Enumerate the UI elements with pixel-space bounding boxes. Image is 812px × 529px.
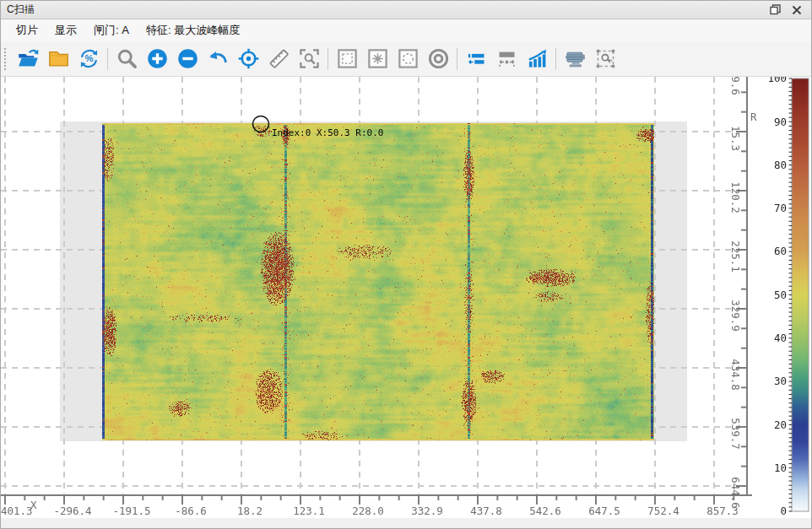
axis-ticks [5,77,747,505]
title-bar: C扫描 [1,1,811,19]
svg-text:-86.6: -86.6 [175,505,207,517]
zoom-search-button[interactable] [113,46,140,73]
statistics-button[interactable] [523,46,550,73]
zoom-out-icon [176,47,199,70]
svg-text:0: 0 [780,505,787,517]
scale-refresh-button[interactable]: % [75,46,102,73]
region-pick-icon [594,47,617,70]
menu-display[interactable]: 显示 [46,20,85,40]
crosshair-target-icon [237,47,260,70]
svg-text:332.9: 332.9 [411,505,443,517]
toolbar-separator [107,48,108,70]
svg-text:90: 90 [774,116,787,128]
svg-text:30: 30 [774,375,787,387]
colorbar-labels: 1009080706050403020100 [767,77,787,517]
axis-lines [1,77,752,496]
svg-text:225.1: 225.1 [729,240,742,273]
zoom-out-button[interactable] [174,46,201,73]
svg-text:60: 60 [774,245,787,257]
toolbar-separator [457,48,457,70]
width-measure-button[interactable] [493,46,520,73]
region-pick-button[interactable] [592,46,619,73]
svg-text:-296.4: -296.4 [53,505,91,517]
svg-text:329.9: 329.9 [729,300,742,332]
gate-bars-button[interactable] [463,46,490,73]
scale-refresh-icon: % [78,47,100,70]
colorbar [792,78,809,511]
cscan-window: C扫描 切片 显示 闸门: A 特征: 最大波峰幅度 [0,0,812,529]
svg-text:-191.5: -191.5 [112,505,150,517]
ruler-icon [268,47,290,70]
svg-text:434.8: 434.8 [729,359,742,391]
close-icon [792,5,802,15]
svg-text:437.8: 437.8 [470,505,502,517]
colorbar-ticks [789,78,793,511]
svg-text:228.0: 228.0 [352,505,384,517]
gate-bars-icon [465,47,488,70]
toolbar-drag-handle[interactable] [4,48,9,70]
toolbar-separator [555,48,556,70]
rings-icon [427,47,450,70]
undo-arrow-icon [207,47,230,70]
select-circle-icon [397,47,420,70]
cscan-plot-area: -401.3-296.4-191.5-86.618.2123.1228.0332… [1,77,812,529]
cursor-annotation: Index:0 X:50.3 R:0.0 [272,127,383,138]
window-controls [767,3,811,17]
toolbar-separator [328,48,328,70]
defect-burst-button[interactable] [364,46,391,73]
svg-text:20: 20 [774,418,787,431]
select-rect-button[interactable] [333,46,360,73]
window-title: C扫描 [1,3,35,17]
float-window-button[interactable] [767,3,782,17]
undo-view-button[interactable] [204,46,231,73]
svg-text:15.3: 15.3 [729,126,742,151]
restore-icon [770,4,781,15]
select-circle-button[interactable] [394,46,421,73]
center-target-button[interactable] [235,46,262,73]
motor-control-button[interactable] [561,46,588,73]
menu-gate[interactable]: 闸门: A [85,20,138,40]
open-file-icon [17,47,40,70]
svg-text:644.6: 644.6 [729,477,742,509]
x-axis-title: X [30,499,37,511]
svg-text:123.1: 123.1 [293,505,325,517]
axes-layer: -401.3-296.4-191.5-86.618.2123.1228.0332… [1,77,812,529]
svg-text:542.6: 542.6 [529,505,561,517]
svg-text:647.5: 647.5 [588,505,620,517]
zoom-region-icon [298,47,321,70]
svg-text:100: 100 [767,77,787,84]
svg-text:18.2: 18.2 [237,505,263,517]
motor-icon [564,47,587,70]
svg-text:70: 70 [774,202,787,214]
select-rect-icon [336,47,359,70]
svg-text:40: 40 [774,332,787,344]
menu-slice[interactable]: 切片 [8,20,46,40]
folder-icon [47,47,70,70]
burst-icon [366,47,389,70]
menu-bar: 切片 显示 闸门: A 特征: 最大波峰幅度 [1,19,811,41]
svg-text:80: 80 [774,159,787,171]
measure-ruler-button[interactable] [265,46,292,73]
zoom-in-icon [146,47,169,70]
svg-text:-89.6: -89.6 [729,77,742,95]
menu-feature[interactable]: 特征: 最大波峰幅度 [138,20,248,40]
svg-text:539.7: 539.7 [729,418,742,450]
svg-text:10: 10 [774,462,787,474]
svg-text:752.4: 752.4 [647,505,679,517]
bar-chart-icon [526,47,549,70]
r-tick-labels: -89.615.3120.2225.1329.9434.8539.7644.6 [729,77,742,509]
close-button[interactable] [789,3,804,17]
svg-text:50: 50 [774,289,787,301]
width-measure-icon [495,47,518,70]
magnifier-icon [116,47,138,70]
svg-text:%: % [84,53,93,63]
svg-text:120.2: 120.2 [729,181,742,213]
concentric-rings-button[interactable] [425,46,452,73]
zoom-region-button[interactable] [295,46,322,73]
cursor-marker [253,116,269,132]
zoom-in-button[interactable] [143,46,171,73]
open-folder-button[interactable] [45,46,72,73]
open-file-button[interactable] [14,46,41,73]
toolbar: % [1,41,811,77]
svg-text:-401.3: -401.3 [1,505,33,517]
